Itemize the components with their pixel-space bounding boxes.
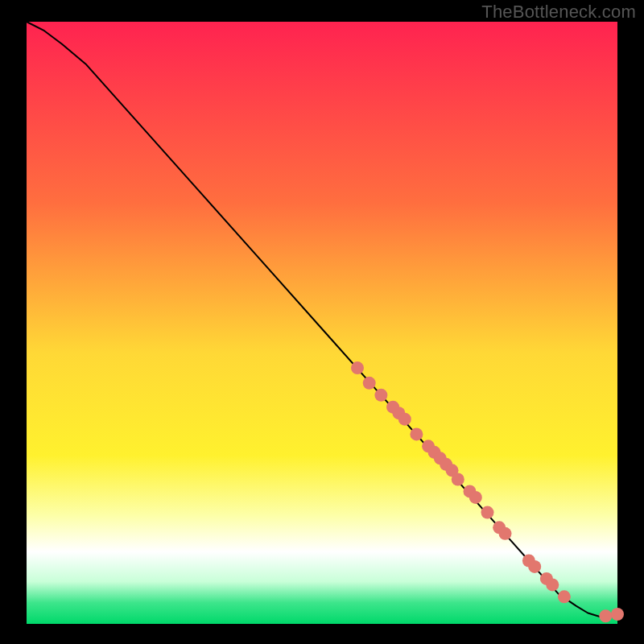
scatter-point (611, 608, 624, 621)
scatter-point (398, 413, 411, 426)
scatter-point (410, 427, 423, 440)
scatter-point (558, 590, 571, 603)
scatter-point (452, 473, 464, 486)
chart-canvas: TheBottleneck.com (0, 0, 644, 644)
plot-background (27, 22, 617, 624)
scatter-point (374, 389, 387, 402)
watermark-text: TheBottleneck.com (481, 2, 636, 23)
scatter-point (528, 560, 541, 573)
scatter-point (351, 361, 364, 374)
scatter-point (363, 377, 376, 390)
scatter-point (481, 506, 494, 519)
scatter-point (469, 491, 482, 504)
scatter-point (499, 527, 512, 540)
scatter-point (546, 578, 559, 591)
chart-svg (0, 0, 644, 644)
scatter-point (599, 609, 612, 622)
